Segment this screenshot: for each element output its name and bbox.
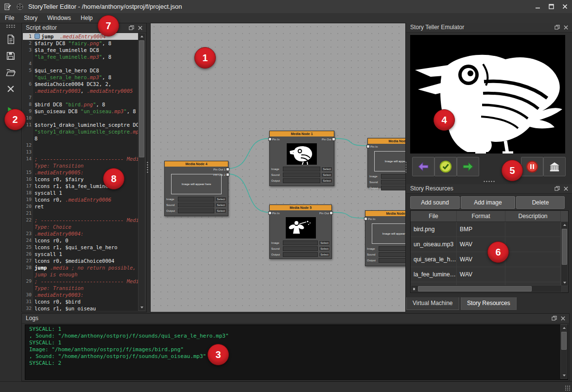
scroll-up-icon[interactable]	[561, 325, 567, 331]
maximize-button[interactable]	[546, 2, 556, 12]
code-row[interactable]: "story1_drako_luminelle_sceptre.mp3",	[23, 128, 139, 135]
node-title[interactable]: Media Node 2	[365, 211, 406, 216]
code-row[interactable]: 22; --------------------------- Media no…	[23, 217, 139, 223]
menu-windows[interactable]: Windows	[42, 15, 76, 21]
node-title[interactable]: Media Node 4	[165, 161, 228, 167]
code-row[interactable]: 18syscall 1	[23, 189, 139, 196]
minimize-button[interactable]	[532, 2, 543, 12]
scrollbar-thumb[interactable]	[562, 229, 567, 265]
select-button[interactable]: Select	[215, 197, 226, 202]
log-view[interactable]: SYSCALL: 1, Sound: "/home/anthony/ostpro…	[25, 324, 568, 380]
code-row[interactable]: 2$fairy DC8 "fairy.png", 8	[23, 40, 139, 47]
code-row[interactable]: 29; --------------------------- Media no…	[23, 278, 139, 285]
node-title[interactable]: Media Node 5	[270, 205, 331, 210]
value-dropdown[interactable]	[178, 203, 214, 207]
input-pin[interactable]	[366, 145, 370, 148]
delete-button[interactable]: Delete	[516, 196, 565, 209]
value-dropdown[interactable]	[379, 258, 406, 263]
scroll-up-icon[interactable]	[561, 222, 568, 228]
value-dropdown[interactable]	[178, 208, 214, 213]
menu-help[interactable]: Help	[76, 15, 98, 21]
code-row[interactable]: 8$bird DC8 "bird.png", 8	[23, 101, 139, 108]
code-row[interactable]: 7	[23, 94, 139, 101]
open-project-button[interactable]	[3, 66, 18, 79]
code-row[interactable]: Type: Choice	[23, 223, 139, 230]
close-button[interactable]	[559, 2, 570, 12]
scroll-right-icon[interactable]	[411, 286, 417, 292]
toolbar-drag-handle[interactable]	[6, 24, 16, 28]
value-dropdown[interactable]	[283, 246, 318, 251]
add-image-button[interactable]: Add image	[461, 196, 515, 209]
tab-virtual-machine[interactable]: Virtual Machine	[406, 297, 459, 310]
media-node[interactable]: Media Node 4Pin Out 1Pin Out 2Image will…	[164, 161, 228, 216]
scrollbar-thumb[interactable]	[561, 332, 567, 350]
close-project-button[interactable]	[3, 82, 18, 96]
table-hscrollbar[interactable]	[411, 285, 562, 292]
code-row[interactable]: 24lcons r0, 0	[23, 237, 139, 244]
code-row[interactable]: 28jump .media ; no return possible, so a	[23, 264, 139, 271]
select-button[interactable]: Select	[215, 208, 226, 213]
select-button[interactable]: Select	[319, 246, 330, 251]
code-row[interactable]: 27lcons r0, $mediaChoice0004	[23, 257, 139, 264]
column-header[interactable]: File	[411, 211, 457, 222]
code-row[interactable]: 23.mediaEntry0004:	[23, 230, 139, 237]
previous-button[interactable]	[412, 157, 434, 176]
code-row[interactable]: .mediaEntry0003, .mediaEntry0005	[23, 87, 139, 94]
value-dropdown[interactable]	[178, 197, 214, 202]
table-row[interactable]: la_fee_lumine…WAV	[411, 267, 568, 282]
select-button[interactable]: Select	[321, 167, 332, 171]
value-dropdown[interactable]	[283, 240, 318, 245]
input-pin[interactable]	[364, 217, 367, 221]
ok-button[interactable]	[434, 157, 457, 176]
value-dropdown[interactable]	[283, 167, 320, 171]
code-row[interactable]: "la_fee_luminelle.mp3", 8	[23, 53, 139, 60]
code-row[interactable]: 19lcons r0, .mediaEntry0006	[23, 196, 139, 203]
code-row[interactable]: 11$story1_drako_luminelle_sceptre DC8	[23, 121, 139, 128]
menu-file[interactable]: File	[0, 15, 19, 21]
code-row[interactable]: 20ret	[23, 203, 139, 210]
float-panel-icon[interactable]	[551, 315, 557, 322]
close-panel-icon[interactable]	[563, 186, 569, 192]
code-row[interactable]: "qui_sera_le_hero.mp3", 8	[23, 74, 139, 81]
scroll-down-icon[interactable]	[561, 373, 567, 378]
scroll-down-icon[interactable]	[561, 280, 568, 286]
float-panel-icon[interactable]	[128, 25, 135, 31]
splitter-script-canvas[interactable]	[146, 161, 149, 174]
code-row[interactable]: 12	[23, 142, 139, 149]
node-canvas[interactable]: Media Node 4Pin Out 1Pin Out 2Image will…	[150, 23, 406, 312]
add-sound-button[interactable]: Add sound	[410, 196, 460, 209]
close-panel-icon[interactable]	[563, 24, 569, 31]
output-pin[interactable]	[226, 173, 229, 176]
resize-grip[interactable]	[565, 385, 571, 391]
code-row[interactable]: 21	[23, 210, 139, 217]
value-dropdown[interactable]	[283, 252, 318, 257]
code-row[interactable]: 4	[23, 60, 139, 67]
code-row[interactable]: jump is enough	[23, 271, 139, 278]
output-pin[interactable]	[332, 137, 335, 141]
media-node[interactable]: Media Node 3Pin InPin OutImage will appe…	[367, 138, 406, 187]
scrollbar-thumb[interactable]	[139, 40, 144, 157]
select-button[interactable]: Select	[321, 178, 332, 183]
column-header[interactable]: Format	[457, 211, 505, 222]
value-dropdown[interactable]	[381, 180, 406, 185]
close-panel-icon[interactable]	[560, 315, 566, 322]
code-row[interactable]: 10	[23, 115, 139, 121]
code-row[interactable]: 25lcons r1, $qui_sera_le_hero	[23, 244, 139, 251]
menu-story[interactable]: Story	[19, 15, 42, 21]
select-button[interactable]: Select	[321, 172, 332, 177]
code-row[interactable]: 14; --------------------------- Media no…	[23, 155, 139, 162]
code-row[interactable]: 5$qui_sera_le_hero DC8	[23, 67, 139, 74]
select-button[interactable]: Select	[215, 203, 226, 207]
value-dropdown[interactable]	[379, 252, 406, 257]
value-dropdown[interactable]	[283, 172, 320, 177]
select-button[interactable]: Select	[319, 252, 330, 257]
logs-scrollbar[interactable]	[560, 324, 568, 379]
tab-story-resources[interactable]: Story Resources	[461, 297, 517, 310]
column-header[interactable]: Description	[505, 211, 561, 222]
float-panel-icon[interactable]	[554, 186, 560, 192]
input-pin[interactable]	[268, 137, 272, 141]
new-script-button[interactable]	[3, 33, 18, 46]
code-row[interactable]: Type: Transition	[23, 162, 139, 169]
table-vscrollbar[interactable]	[561, 222, 568, 286]
code-row[interactable]: Type: Transition	[23, 285, 139, 291]
